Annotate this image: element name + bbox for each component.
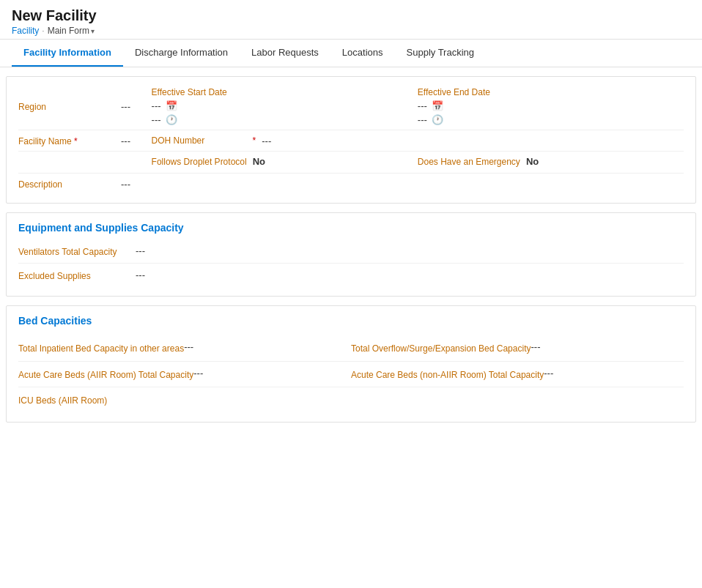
bed-row-1: Total Inpatient Bed Capacity in other ar…	[18, 335, 684, 362]
tab-labor-requests[interactable]: Labor Requests	[240, 40, 330, 67]
facility-name-row: Facility Name --- DOH Number * ---	[18, 130, 684, 152]
bed-section-inner: Total Inpatient Bed Capacity in other ar…	[7, 332, 695, 422]
effective-end-date-row: --- 📅	[418, 100, 684, 111]
effective-start-date-label: Effective Start Date	[152, 87, 418, 97]
description-field: Description ---	[18, 178, 684, 190]
doh-number-label: DOH Number	[152, 135, 247, 146]
facility-name-value[interactable]: ---	[121, 135, 152, 146]
page-title: New Facility	[12, 7, 690, 24]
clock-icon-end[interactable]: 🕐	[432, 114, 443, 125]
breadcrumb-facility[interactable]: Facility	[12, 26, 39, 36]
bed-row-2: Acute Care Beds (AIIR Room) Total Capaci…	[18, 362, 684, 388]
droplet-protocol-value[interactable]: No	[253, 156, 265, 167]
facility-info-section: Region --- Effective Start Date --- 📅 --…	[6, 76, 696, 204]
effective-start-time-row: --- 🕐	[152, 114, 418, 125]
effective-start-time-value[interactable]: ---	[152, 114, 161, 125]
equipment-supplies-section: Equipment and Supplies Capacity Ventilat…	[6, 212, 696, 297]
total-inpatient-label: Total Inpatient Bed Capacity in other ar…	[18, 341, 184, 355]
acute-aiir-value[interactable]: ---	[193, 368, 203, 379]
bed-col-1-left: Total Inpatient Bed Capacity in other ar…	[18, 341, 351, 355]
page-header: New Facility Facility · Main Form ▾	[0, 0, 702, 40]
ventilators-value[interactable]: ---	[136, 245, 684, 256]
total-overflow-label: Total Overflow/Surge/Expansion Bed Capac…	[351, 341, 531, 355]
bed-capacities-title: Bed Capacities	[7, 306, 695, 332]
bed-col-2-left: Acute Care Beds (AIIR Room) Total Capaci…	[18, 368, 351, 382]
emergency-value[interactable]: No	[526, 156, 539, 167]
bed-col-3-right	[351, 393, 684, 407]
clock-icon-start[interactable]: 🕐	[166, 114, 177, 125]
bed-col-1-right: Total Overflow/Surge/Expansion Bed Capac…	[351, 341, 684, 355]
total-overflow-value[interactable]: ---	[531, 341, 540, 352]
description-row: Description ---	[18, 174, 684, 194]
equipment-section-title: Equipment and Supplies Capacity	[7, 213, 695, 239]
tab-supply-tracking[interactable]: Supply Tracking	[395, 40, 487, 67]
description-label: Description	[18, 178, 121, 190]
calendar-icon-end[interactable]: 📅	[432, 100, 443, 111]
bed-col-3-left: ICU Beds (AIIR Room)	[18, 393, 351, 407]
tab-discharge-information[interactable]: Discharge Information	[123, 40, 240, 67]
acute-non-aiir-label: Acute Care Beds (non-AIIR Room) Total Ca…	[351, 368, 544, 382]
ventilators-label: Ventilators Total Capacity	[18, 245, 136, 257]
total-inpatient-value[interactable]: ---	[184, 341, 193, 352]
effective-start-date-value[interactable]: ---	[152, 100, 161, 111]
chevron-down-icon: ▾	[91, 27, 95, 35]
bed-capacities-section: Bed Capacities Total Inpatient Bed Capac…	[6, 305, 696, 423]
excluded-supplies-label: Excluded Supplies	[18, 269, 136, 281]
doh-required-asterisk: *	[253, 135, 256, 146]
content-area: Region --- Effective Start Date --- 📅 --…	[0, 76, 702, 423]
tabs-bar: Facility Information Discharge Informati…	[0, 40, 702, 67]
emergency-label: Does Have an Emergency	[418, 156, 520, 168]
region-value[interactable]: ---	[121, 100, 152, 112]
tab-facility-information[interactable]: Facility Information	[12, 40, 123, 67]
acute-aiir-label: Acute Care Beds (AIIR Room) Total Capaci…	[18, 368, 193, 382]
bed-col-2-right: Acute Care Beds (non-AIIR Room) Total Ca…	[351, 368, 684, 382]
ventilators-row: Ventilators Total Capacity ---	[18, 239, 684, 264]
effective-end-date-label: Effective End Date	[418, 87, 684, 97]
breadcrumb-separator: ·	[42, 26, 44, 36]
acute-non-aiir-value[interactable]: ---	[544, 368, 553, 379]
doh-number-value[interactable]: ---	[262, 135, 271, 146]
region-label: Region	[18, 100, 121, 112]
icu-aiir-label: ICU Beds (AIIR Room)	[18, 393, 147, 407]
effective-end-time-value[interactable]: ---	[418, 114, 427, 125]
effective-end-time-row: --- 🕐	[418, 114, 684, 125]
tab-locations[interactable]: Locations	[330, 40, 395, 67]
facility-name-field: Facility Name ---	[18, 135, 152, 146]
excluded-supplies-value[interactable]: ---	[136, 269, 684, 280]
description-value[interactable]: ---	[121, 178, 684, 190]
droplet-protocol-row: Follows Droplet Protocol No Does Have an…	[18, 152, 684, 174]
effective-end-date-value[interactable]: ---	[418, 100, 427, 111]
breadcrumb: Facility · Main Form ▾	[12, 26, 690, 36]
facility-name-label: Facility Name	[18, 135, 121, 146]
calendar-icon-start[interactable]: 📅	[166, 100, 177, 111]
droplet-protocol-label: Follows Droplet Protocol	[152, 156, 247, 168]
excluded-supplies-row: Excluded Supplies ---	[18, 264, 684, 287]
bed-row-3: ICU Beds (AIIR Room)	[18, 387, 684, 413]
breadcrumb-form[interactable]: Main Form ▾	[48, 26, 95, 36]
region-field: Region ---	[18, 100, 152, 112]
region-row: Region --- Effective Start Date --- 📅 --…	[18, 83, 684, 130]
effective-start-date-row: --- 📅	[152, 100, 418, 111]
